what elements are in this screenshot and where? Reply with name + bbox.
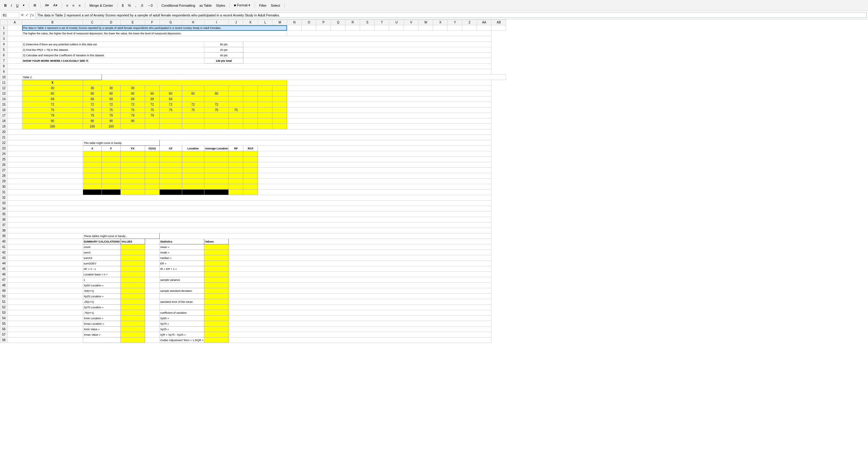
cell-ht-31-6[interactable]	[182, 189, 205, 195]
font-size-down[interactable]: ▾	[21, 3, 27, 8]
cell-stat-xp50[interactable]: Xp50 =	[159, 315, 204, 321]
cell-sum-sumX[interactable]: sumX	[83, 250, 121, 255]
cell-h-FX[interactable]: FX	[120, 146, 145, 151]
col-header-B[interactable]: B	[22, 20, 83, 25]
cell-sum-xp50-val[interactable]	[120, 283, 145, 288]
cell-D12[interactable]: 30	[101, 86, 120, 91]
fill-color-button[interactable]: A▾	[43, 3, 51, 8]
cell-stat-median[interactable]: median =	[159, 255, 204, 261]
cell-stat-xp50-val[interactable]	[205, 315, 229, 321]
borders-button[interactable]: ⊞	[32, 3, 38, 8]
cell-ht-25-5[interactable]	[159, 157, 182, 162]
cell-ht-29-8[interactable]	[229, 179, 243, 184]
cell-ht-24-3[interactable]	[120, 151, 145, 157]
cell-A13[interactable]	[8, 91, 22, 96]
cell-C15[interactable]: 72	[83, 102, 102, 108]
cell-A19[interactable]	[8, 124, 22, 129]
cell-h-RCF[interactable]: RCF	[243, 146, 258, 151]
cell-sum-xp25-val[interactable]	[120, 294, 145, 299]
cell-A14[interactable]	[8, 96, 22, 102]
cell-D14[interactable]: 69	[101, 96, 120, 102]
col-header-A[interactable]: A	[8, 20, 22, 25]
cell-A12[interactable]	[8, 86, 22, 91]
cell-C13[interactable]: 60	[83, 91, 102, 96]
cell-ht-30-9[interactable]	[243, 184, 258, 189]
cell-AB1[interactable]	[492, 25, 506, 31]
cell-stat-xp25-val[interactable]	[205, 327, 229, 332]
cell-ht-24-4[interactable]	[145, 151, 159, 157]
cell-ht-25-6[interactable]	[182, 157, 205, 162]
cell-B16[interactable]: 75	[22, 108, 83, 113]
cell-stat-OAT[interactable]: Outlier Adjustment Term = 1.5IQR =	[159, 337, 204, 343]
cell-sum-sumSDEV-val[interactable]	[120, 261, 145, 266]
cell-D19[interactable]: 160	[101, 124, 120, 129]
cell-A11[interactable]	[8, 80, 22, 86]
bold-button[interactable]: B	[2, 3, 8, 8]
cell-A17[interactable]	[8, 113, 22, 118]
col-header-G[interactable]: G	[159, 20, 182, 25]
cell-ht-29-9[interactable]	[243, 179, 258, 184]
cell-X1[interactable]	[433, 25, 448, 31]
cell-B15[interactable]: 72	[22, 102, 83, 108]
cell-F14[interactable]: 69	[145, 96, 159, 102]
cell-ht-24-8[interactable]	[229, 151, 243, 157]
cell-stat-ER[interactable]: ER =	[159, 261, 204, 266]
cell-show-work[interactable]: SHOW YOUR WORK WHERE I CAN EASILY SEE IT…	[22, 58, 205, 64]
cell-B17[interactable]: 79	[22, 113, 83, 118]
cell-ht-26-3[interactable]	[120, 162, 145, 168]
cell-h-AvgLoc[interactable]: Average Location	[205, 146, 229, 151]
cell-sum-count[interactable]: count	[83, 244, 121, 250]
col-header-T[interactable]: T	[375, 20, 389, 25]
cell-row3[interactable]	[8, 36, 492, 42]
formula-input[interactable]	[35, 12, 867, 18]
cell-A4[interactable]	[8, 42, 22, 47]
cell-E14[interactable]: 69	[120, 96, 145, 102]
cell-G15[interactable]: 72	[159, 102, 182, 108]
cell-ht-28-3[interactable]	[120, 173, 145, 179]
col-header-X[interactable]: X	[433, 20, 448, 25]
cell-ht-27-5[interactable]	[159, 168, 182, 173]
cell-sum-xmax-val-cell[interactable]	[120, 332, 145, 337]
cell-D15[interactable]: 72	[101, 102, 120, 108]
cell-stat-IR[interactable]: IR = ER + 1 =	[159, 266, 204, 272]
cell-sum-xp25[interactable]: Xp25 Location =	[83, 294, 121, 299]
col-header-E[interactable]: E	[120, 20, 145, 25]
cell-B11-x[interactable]: X	[22, 80, 83, 86]
cell-total-pts[interactable]: 140 pts total	[205, 58, 243, 64]
cell-F15[interactable]: 72	[145, 102, 159, 108]
cell-sum-DF-val[interactable]	[120, 266, 145, 272]
cell-U1[interactable]	[389, 25, 404, 31]
cell-A5[interactable]	[8, 47, 22, 53]
cell-sum-25n1[interactable]: .25(n+1)	[83, 299, 121, 305]
cell-sum-xmin-val[interactable]: Xmin Value =	[83, 327, 121, 332]
cell-sum-xmax-loc-val[interactable]	[120, 321, 145, 327]
cell-stat-mean-val[interactable]	[205, 244, 229, 250]
cell-ht-30-8[interactable]	[229, 184, 243, 189]
col-header-P[interactable]: P	[316, 20, 331, 25]
cell-Y1[interactable]	[448, 25, 462, 31]
cell-ht-24-2[interactable]	[101, 151, 120, 157]
col-header-U[interactable]: U	[389, 20, 404, 25]
col-header-R[interactable]: R	[345, 20, 360, 25]
cell-F17[interactable]: 79	[145, 113, 159, 118]
cell-ht-26-6[interactable]	[182, 162, 205, 168]
cell-T1[interactable]	[375, 25, 389, 31]
cell-task1[interactable]: 1) Determine if there are any potential …	[22, 42, 205, 47]
cell-B14[interactable]: 69	[22, 96, 83, 102]
cell-ht-24-7[interactable]	[205, 151, 229, 157]
cell-sum-xmax-val[interactable]: Xmax Value =	[83, 332, 121, 337]
conditional-formatting-button[interactable]: Conditional Formatting	[160, 3, 197, 8]
cell-J16[interactable]: 75	[229, 108, 243, 113]
cell-A2[interactable]	[8, 31, 22, 36]
cell-B1-title[interactable]: The data in Table 2 represent a set of A…	[22, 25, 287, 31]
cell-P1[interactable]	[316, 25, 331, 31]
cell-sum-xp75[interactable]: Xp75 Location =	[83, 305, 121, 310]
cell-ht-27-2[interactable]	[101, 168, 120, 173]
cell-reference-box[interactable]	[1, 12, 20, 18]
cell-B18[interactable]: 90	[22, 118, 83, 124]
col-header-D[interactable]: D	[101, 20, 120, 25]
cell-B12[interactable]: 30	[22, 86, 83, 91]
cell-A7[interactable]	[8, 58, 22, 64]
cell-Z1[interactable]	[462, 25, 477, 31]
cell-A18[interactable]	[8, 118, 22, 124]
